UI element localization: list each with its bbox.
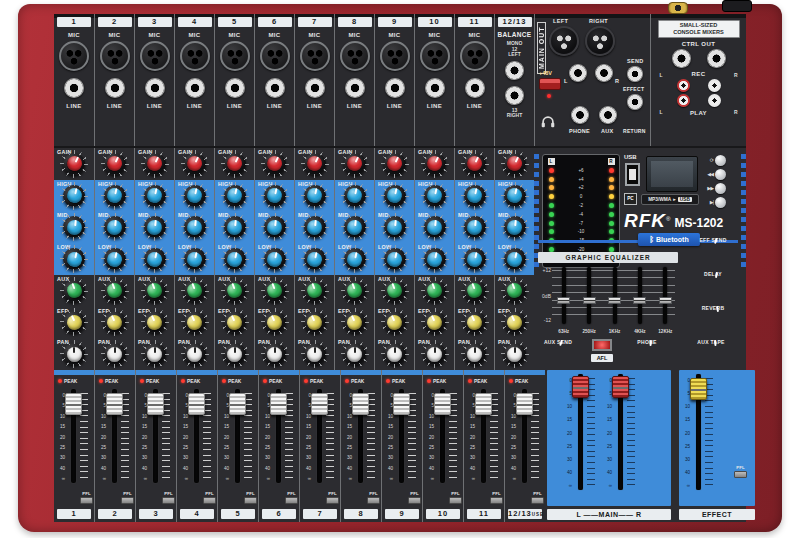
gain-knob-ch4[interactable]: GAIN: [175, 148, 214, 180]
mid-knob-ch12[interactable]: MID: [495, 211, 534, 243]
aux-knob-ch1[interactable]: AUX: [54, 275, 94, 307]
mid-knob-ch4[interactable]: MID: [175, 211, 214, 243]
eff-knob-ch7[interactable]: EFF: [295, 307, 334, 339]
aux-knob-ch5[interactable]: AUX: [215, 275, 254, 307]
gain-knob-ch7[interactable]: GAIN: [295, 148, 334, 180]
eff-knob-ch11[interactable]: EFF: [455, 307, 494, 339]
pan-knob-ch8[interactable]: PAN: [335, 338, 374, 370]
pfl-button-10[interactable]: PFL: [449, 491, 462, 504]
gain-knob-ch1[interactable]: GAIN: [54, 148, 94, 180]
afl-button[interactable]: AFL: [584, 336, 620, 362]
channel-fader-4-handle[interactable]: [188, 393, 205, 415]
channel-fader-3-handle[interactable]: [147, 393, 164, 415]
gain-knob-ch10[interactable]: GAIN: [415, 148, 454, 180]
channel-fader-12/13USB-handle[interactable]: [516, 393, 533, 415]
channel-fader-2-handle[interactable]: [106, 393, 123, 415]
eq-slider-handle[interactable]: [608, 297, 621, 304]
pfl-button-8[interactable]: PFL: [367, 491, 380, 504]
pfl-button-5[interactable]: PFL: [244, 491, 257, 504]
pan-knob-ch1[interactable]: PAN: [54, 338, 94, 370]
eff-knob-ch6[interactable]: EFF: [255, 307, 294, 339]
repeat-button[interactable]: [715, 155, 726, 166]
mid-knob-ch11[interactable]: MID: [455, 211, 494, 243]
low-knob-ch5[interactable]: LOW: [215, 243, 254, 275]
channel-fader-1-handle[interactable]: [65, 393, 82, 415]
play-pause-button[interactable]: [715, 197, 726, 208]
gain-knob-ch11[interactable]: GAIN: [455, 148, 494, 180]
low-knob-ch10[interactable]: LOW: [415, 243, 454, 275]
aux-knob-ch10[interactable]: AUX: [415, 275, 454, 307]
eff-knob-ch12[interactable]: EFF: [495, 307, 534, 339]
phantom-power-switch[interactable]: [539, 78, 561, 90]
effect-pfl-button[interactable]: PFL: [734, 465, 747, 478]
high-knob-ch12[interactable]: HIGH: [495, 180, 534, 212]
mid-knob-ch7[interactable]: MID: [295, 211, 334, 243]
low-knob-ch2[interactable]: LOW: [95, 243, 134, 275]
pan-knob-ch10[interactable]: PAN: [415, 338, 454, 370]
delay-knob[interactable]: DELAY: [684, 268, 742, 302]
pan-knob-ch7[interactable]: PAN: [295, 338, 334, 370]
aux-knob-ch9[interactable]: AUX: [375, 275, 414, 307]
eq-slider-1KHz[interactable]: 1KHz: [602, 265, 627, 335]
gain-knob-ch2[interactable]: GAIN: [95, 148, 134, 180]
channel-fader-9-handle[interactable]: [393, 393, 410, 415]
pan-knob-ch11[interactable]: PAN: [455, 338, 494, 370]
mid-knob-ch3[interactable]: MID: [135, 211, 174, 243]
pfl-button-11[interactable]: PFL: [490, 491, 503, 504]
aux-knob-ch4[interactable]: AUX: [175, 275, 214, 307]
mid-knob-ch10[interactable]: MID: [415, 211, 454, 243]
gain-knob-ch12[interactable]: GAIN: [495, 148, 534, 180]
mid-knob-ch1[interactable]: MID: [54, 211, 94, 243]
low-knob-ch7[interactable]: LOW: [295, 243, 334, 275]
high-knob-ch6[interactable]: HIGH: [255, 180, 294, 212]
channel-fader-10-handle[interactable]: [434, 393, 451, 415]
low-knob-ch12[interactable]: LOW: [495, 243, 534, 275]
pfl-button-7[interactable]: PFL: [326, 491, 339, 504]
aux-tape-knob[interactable]: AUX TAPE: [680, 336, 742, 345]
eff-knob-ch2[interactable]: EFF: [95, 307, 134, 339]
eq-slider-4KHz[interactable]: 4KHz: [627, 265, 652, 335]
high-knob-ch4[interactable]: HIGH: [175, 180, 214, 212]
eq-slider-12KHz[interactable]: 12KHz: [653, 265, 678, 335]
channel-fader-6-handle[interactable]: [270, 393, 287, 415]
aux-knob-ch7[interactable]: AUX: [295, 275, 334, 307]
next-button[interactable]: [715, 183, 726, 194]
high-knob-ch8[interactable]: HIGH: [335, 180, 374, 212]
aux-knob-ch6[interactable]: AUX: [255, 275, 294, 307]
low-knob-ch11[interactable]: LOW: [455, 243, 494, 275]
eff-knob-ch1[interactable]: EFF: [54, 307, 94, 339]
pan-knob-ch3[interactable]: PAN: [135, 338, 174, 370]
effect-fader-handle[interactable]: [690, 378, 707, 400]
high-knob-ch9[interactable]: HIGH: [375, 180, 414, 212]
pan-knob-ch5[interactable]: PAN: [215, 338, 254, 370]
aux-knob-ch11[interactable]: AUX: [455, 275, 494, 307]
aux-knob-ch8[interactable]: AUX: [335, 275, 374, 307]
pan-knob-ch12[interactable]: PAN: [495, 338, 534, 370]
pfl-button-2[interactable]: PFL: [121, 491, 134, 504]
high-knob-ch3[interactable]: HIGH: [135, 180, 174, 212]
high-knob-ch10[interactable]: HIGH: [415, 180, 454, 212]
eq-slider-250Hz[interactable]: 250Hz: [576, 265, 601, 335]
pfl-button-3[interactable]: PFL: [162, 491, 175, 504]
high-knob-ch2[interactable]: HIGH: [95, 180, 134, 212]
aux-knob-ch3[interactable]: AUX: [135, 275, 174, 307]
high-knob-ch7[interactable]: HIGH: [295, 180, 334, 212]
low-knob-ch1[interactable]: LOW: [54, 243, 94, 275]
pfl-button-4[interactable]: PFL: [203, 491, 216, 504]
previous-button[interactable]: [715, 169, 726, 180]
mid-knob-ch8[interactable]: MID: [335, 211, 374, 243]
mid-knob-ch2[interactable]: MID: [95, 211, 134, 243]
gain-knob-ch5[interactable]: GAIN: [215, 148, 254, 180]
mid-knob-ch5[interactable]: MID: [215, 211, 254, 243]
eff-knob-ch4[interactable]: EFF: [175, 307, 214, 339]
eq-slider-handle[interactable]: [557, 297, 570, 304]
high-knob-ch11[interactable]: HIGH: [455, 180, 494, 212]
eff-knob-ch8[interactable]: EFF: [335, 307, 374, 339]
channel-fader-7-handle[interactable]: [311, 393, 328, 415]
aux-send-knob[interactable]: AUX SEND: [534, 336, 582, 345]
pfl-button-12/13USB[interactable]: PFL: [531, 491, 544, 504]
pfl-button-6[interactable]: PFL: [285, 491, 298, 504]
gain-knob-ch3[interactable]: GAIN: [135, 148, 174, 180]
reverb-knob[interactable]: REVERB: [684, 302, 742, 336]
phone-level-knob[interactable]: PHONE: [624, 336, 670, 345]
